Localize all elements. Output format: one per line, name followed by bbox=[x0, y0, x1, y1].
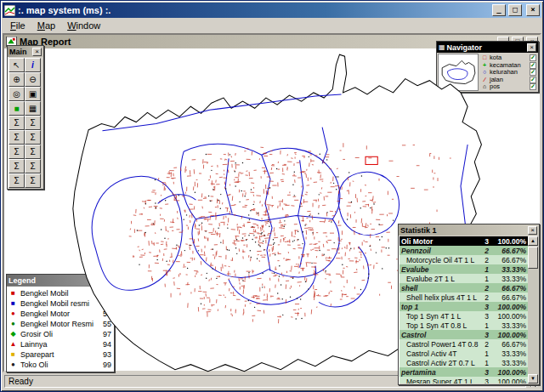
statistik-row[interactable]: top 13100.00% bbox=[400, 302, 528, 311]
statistik-row-label: Shell helix plus 4T 1 L bbox=[401, 293, 479, 302]
statistik-row-label: top 1 bbox=[401, 303, 479, 311]
statistik-row-count: 3 bbox=[479, 237, 489, 246]
navigator-layer-checkbox[interactable]: ✓ bbox=[530, 83, 536, 90]
statistik-title-bar[interactable]: Statistik 1 × bbox=[399, 224, 539, 236]
statistik-panel: Statistik 1 × Oli Motor3100.00%Pennzoil2… bbox=[398, 224, 540, 385]
sum-tool-4[interactable]: Σ bbox=[25, 130, 41, 145]
sum-tool-5[interactable]: Σ bbox=[8, 145, 25, 159]
statistik-row[interactable]: Pennzoil266.67% bbox=[400, 246, 528, 255]
layers-tool[interactable]: ▦ bbox=[25, 101, 41, 116]
pointer-tool[interactable]: ↖ bbox=[8, 58, 25, 72]
main-toolbar-close-icon[interactable]: × bbox=[32, 48, 42, 56]
statistik-row-count: 1 bbox=[479, 265, 489, 274]
info-tool[interactable]: i bbox=[25, 58, 41, 72]
statistik-row-pct: 66.67% bbox=[489, 256, 526, 264]
navigator-layer-checkbox[interactable]: ✓ bbox=[530, 62, 536, 69]
zoom-in-tool[interactable]: ⊕ bbox=[8, 72, 25, 87]
statistik-row-count: 2 bbox=[479, 293, 489, 302]
statistik-table: Oli Motor3100.00%Pennzoil266.67%Motorcyc… bbox=[400, 236, 528, 383]
tool-grid: ↖i⊕⊖◎▣■▦ΣΣΣΣΣΣΣΣΣΣ bbox=[8, 57, 43, 189]
legend-item-icon: ● bbox=[9, 320, 17, 328]
statistik-row-count: 2 bbox=[479, 340, 489, 349]
statistik-row[interactable]: Top 1 Syn 4T 1 L3100.00% bbox=[400, 311, 528, 321]
main-toolbar-title-bar[interactable]: Main × bbox=[8, 46, 43, 57]
statistik-row-label: Top 1 Syn 4T 1 L bbox=[401, 312, 479, 321]
statistik-row-label: Motorcycle Oil 4T 1 L bbox=[401, 256, 479, 264]
zoom-out-tool[interactable]: ⊖ bbox=[25, 72, 41, 87]
statistik-row-count: 2 bbox=[479, 247, 489, 255]
statistik-row[interactable]: Evalube 2T 1 L133.33% bbox=[400, 274, 528, 283]
app-icon bbox=[4, 5, 15, 16]
legend-item-icon: ■ bbox=[9, 299, 17, 308]
sum-tool-7[interactable]: Σ bbox=[8, 159, 25, 173]
navigator-layer-list: □kota✓+kecamatan✓○kelurahan✓∕jalan✓⌂pos✓ bbox=[480, 54, 537, 91]
menu-bar: FileMapWindow bbox=[3, 18, 541, 33]
sum-tool-10[interactable]: Σ bbox=[25, 173, 41, 188]
statistik-row-label: Top 1 Syn 4T 0.8 L bbox=[401, 321, 479, 330]
statistik-row-count: 3 bbox=[479, 378, 489, 384]
statistik-row[interactable]: Castrol3100.00% bbox=[400, 330, 528, 339]
navigator-layer-checkbox[interactable]: ✓ bbox=[530, 77, 536, 83]
navigator-layer-kelurahan: ○kelurahan✓ bbox=[481, 69, 536, 76]
legend-item-icon: ▲ bbox=[9, 340, 17, 349]
statistik-row-count: 1 bbox=[479, 321, 489, 330]
statistik-row[interactable]: Top 1 Syn 4T 0.8 L133.33% bbox=[400, 321, 528, 330]
sum-tool-1[interactable]: Σ bbox=[8, 116, 25, 130]
navigator-layer-pos: ⌂pos✓ bbox=[481, 83, 536, 90]
menu-window[interactable]: Window bbox=[61, 19, 106, 32]
draw-tool[interactable]: ■ bbox=[8, 101, 25, 116]
statistik-row-pct: 100.00% bbox=[489, 368, 526, 377]
menu-map[interactable]: Map bbox=[31, 19, 61, 32]
statistik-row[interactable]: Shell helix plus 4T 1 L266.67% bbox=[400, 293, 528, 302]
scroll-down-icon[interactable]: ▼ bbox=[528, 374, 538, 383]
child-window-title: Map Report bbox=[20, 37, 495, 47]
main-toolbar: Main × ↖i⊕⊖◎▣■▦ΣΣΣΣΣΣΣΣΣΣ bbox=[7, 45, 44, 190]
main-toolbar-title: Main bbox=[9, 48, 31, 56]
statistik-row-count: 2 bbox=[479, 284, 489, 293]
scroll-thumb[interactable] bbox=[528, 247, 538, 269]
sum-tool-2[interactable]: Σ bbox=[25, 116, 41, 130]
menu-file[interactable]: File bbox=[4, 19, 31, 32]
statistik-row[interactable]: shell266.67% bbox=[400, 283, 528, 293]
select-area-tool[interactable]: ▣ bbox=[25, 87, 41, 101]
statistik-row[interactable]: Oli Motor3100.00% bbox=[400, 236, 528, 246]
statistik-row-pct: 100.00% bbox=[489, 378, 526, 384]
legend-item-icon: ● bbox=[9, 361, 17, 369]
statistik-row[interactable]: Mesran Super 4T 1 L3100.00% bbox=[400, 377, 528, 383]
statistik-row-count: 1 bbox=[479, 359, 489, 367]
statistik-row-label: Mesran Super 4T 1 L bbox=[401, 378, 479, 384]
legend-item-icon: ■ bbox=[9, 350, 17, 359]
statistik-row-label: Castrol bbox=[401, 331, 479, 339]
statistik-row[interactable]: Motorcycle Oil 4T 1 L266.67% bbox=[400, 255, 528, 264]
zoom-window-tool[interactable]: ◎ bbox=[8, 87, 25, 101]
statistik-row-pct: 33.33% bbox=[489, 265, 526, 274]
minimize-button[interactable]: _ bbox=[492, 4, 506, 16]
statistik-row-label: shell bbox=[401, 284, 479, 293]
statistik-row[interactable]: Castrol Activ 4T133.33% bbox=[400, 349, 528, 358]
sum-tool-6[interactable]: Σ bbox=[25, 145, 41, 159]
navigator-layer-kota: □kota✓ bbox=[481, 54, 536, 61]
statistik-row-pct: 66.67% bbox=[489, 284, 526, 293]
navigator-layer-checkbox[interactable]: ✓ bbox=[530, 54, 536, 61]
statistik-row[interactable]: pertamina3100.00% bbox=[400, 367, 528, 377]
statistik-row[interactable]: Castrol Power1 4T 0.8 L266.67% bbox=[400, 339, 528, 349]
navigator-layer-label: pos bbox=[490, 83, 528, 90]
sum-tool-8[interactable]: Σ bbox=[25, 159, 41, 173]
navigator-layer-checkbox[interactable]: ✓ bbox=[530, 69, 536, 76]
window-title: :. map system (ms) :. bbox=[18, 5, 490, 15]
navigator-close-icon[interactable]: × bbox=[527, 43, 536, 52]
legend-item-icon: ■ bbox=[9, 289, 17, 298]
legend-item-icon: ● bbox=[9, 310, 17, 318]
title-bar[interactable]: :. map system (ms) :. _ □ × bbox=[3, 3, 541, 18]
close-button[interactable]: × bbox=[526, 4, 540, 16]
sum-tool-9[interactable]: Σ bbox=[8, 173, 25, 188]
statistik-scrollbar[interactable]: ▲ ▼ bbox=[528, 236, 538, 383]
statistik-row[interactable]: Evalube133.33% bbox=[400, 264, 528, 274]
statistik-row-count: 3 bbox=[479, 303, 489, 311]
statistik-row[interactable]: Castrol Activ 2T 0.7 L133.33% bbox=[400, 358, 528, 367]
sum-tool-3[interactable]: Σ bbox=[8, 130, 25, 145]
legend-item-icon: ◆ bbox=[9, 330, 17, 338]
statistik-close-icon[interactable]: × bbox=[528, 226, 537, 235]
scroll-up-icon[interactable]: ▲ bbox=[528, 236, 538, 246]
maximize-button[interactable]: □ bbox=[508, 4, 522, 16]
